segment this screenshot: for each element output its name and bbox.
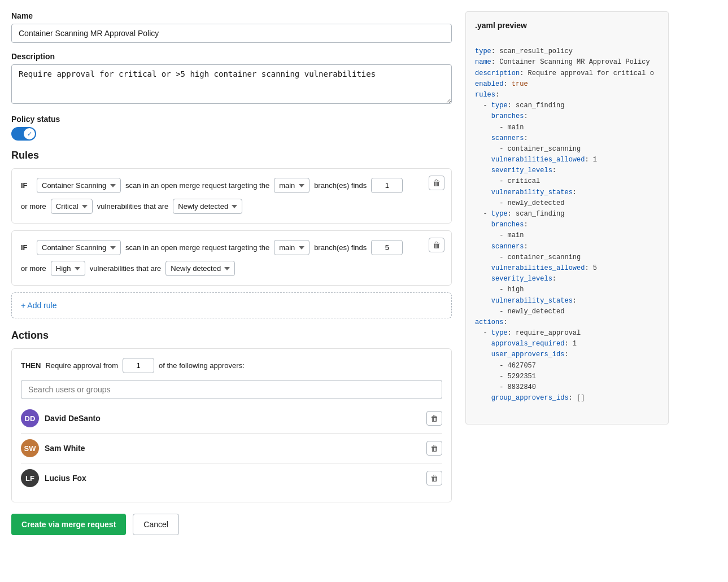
- rule-1-or-more-text: or more: [21, 202, 46, 211]
- rule-1-count-input[interactable]: [371, 178, 403, 193]
- yaml-content: type: scan_result_policy name: Container…: [475, 36, 659, 415]
- name-input[interactable]: [11, 24, 452, 43]
- avatar-david: DD: [21, 409, 39, 427]
- approvers-text: of the following approvers:: [159, 361, 245, 370]
- approver-name-david: David DeSanto: [45, 414, 101, 423]
- rule-2-severity-row: or more High vulnerabilities that are Ne…: [21, 261, 442, 276]
- avatar-sam: SW: [21, 439, 39, 457]
- rule-2-scan-text: scan in an open merge request targeting …: [125, 243, 269, 252]
- approver-delete-david[interactable]: 🗑: [426, 411, 442, 426]
- approver-item-sam: SW Sam White 🗑: [21, 433, 442, 463]
- approval-count-input[interactable]: [123, 358, 154, 373]
- avatar-lucius: LF: [21, 469, 39, 487]
- rule-2-state-select[interactable]: Newly detected: [165, 261, 235, 276]
- yaml-scrollbar[interactable]: type: scan_result_policy name: Container…: [475, 36, 659, 415]
- rule-1-if-label: IF: [21, 181, 32, 190]
- require-text: Require approval from: [45, 361, 118, 370]
- approver-info-david: DD David DeSanto: [21, 409, 101, 427]
- yaml-title: .yaml preview: [475, 21, 659, 30]
- toggle-wrapper: ✓: [11, 127, 452, 141]
- rule-1-row: IF Container Scanning scan in an open me…: [21, 178, 442, 193]
- rule-1-severity-row: or more Critical vulnerabilities that ar…: [21, 199, 442, 214]
- actions-row: THEN Require approval from of the follow…: [21, 358, 442, 373]
- rule-1-scan-text: scan in an open merge request targeting …: [125, 181, 269, 190]
- approver-item-david: DD David DeSanto 🗑: [21, 404, 442, 433]
- rule-1-scanner-select[interactable]: Container Scanning: [37, 178, 121, 193]
- rule-2-vuln-text: vulnerabilities that are: [90, 264, 161, 273]
- rule-2-if-label: IF: [21, 243, 32, 252]
- actions-section: Actions THEN Require approval from of th…: [11, 330, 452, 502]
- rule-2-delete-button[interactable]: 🗑: [429, 238, 444, 252]
- approver-info-lucius: LF Lucius Fox: [21, 469, 86, 487]
- description-input[interactable]: Require approval for critical or >5 high…: [11, 64, 452, 104]
- approver-delete-sam[interactable]: 🗑: [426, 441, 442, 456]
- rule-1-state-select[interactable]: Newly detected: [173, 199, 242, 214]
- left-panel: Name Description Require approval for cr…: [11, 11, 452, 535]
- rule-1-delete-button[interactable]: 🗑: [429, 176, 444, 190]
- rule-2-count-input[interactable]: [371, 240, 403, 255]
- description-field-group: Description Require approval for critica…: [11, 52, 452, 106]
- approver-info-sam: SW Sam White: [21, 439, 85, 457]
- description-label: Description: [11, 52, 452, 61]
- rules-section: Rules 🗑 IF Container Scanning scan in an…: [11, 150, 452, 318]
- rule-2-box: 🗑 IF Container Scanning scan in an open …: [11, 230, 452, 286]
- search-approvers-input[interactable]: [21, 380, 442, 399]
- rule-1-branch-select[interactable]: main: [274, 178, 309, 193]
- approver-delete-lucius[interactable]: 🗑: [426, 471, 442, 485]
- cancel-button[interactable]: Cancel: [133, 514, 179, 535]
- approver-item-lucius: LF Lucius Fox 🗑: [21, 463, 442, 493]
- add-rule-button[interactable]: + Add rule: [21, 301, 56, 310]
- rule-2-severity-select[interactable]: High: [51, 261, 85, 276]
- footer-actions: Create via merge request Cancel: [11, 514, 452, 535]
- approvers-list: DD David DeSanto 🗑 SW Sam White 🗑: [21, 404, 442, 493]
- rule-2-branch-text: branch(es) finds: [314, 243, 367, 252]
- approver-name-lucius: Lucius Fox: [45, 474, 86, 483]
- name-field-group: Name: [11, 11, 452, 43]
- rules-title: Rules: [11, 150, 452, 161]
- create-button[interactable]: Create via merge request: [11, 514, 126, 535]
- rule-2-branch-select[interactable]: main: [274, 240, 309, 255]
- add-rule-box: + Add rule: [11, 292, 452, 318]
- rule-1-branch-text: branch(es) finds: [314, 181, 367, 190]
- then-label: THEN: [21, 361, 41, 370]
- rule-2-or-more-text: or more: [21, 264, 46, 273]
- policy-toggle[interactable]: ✓: [11, 127, 36, 141]
- rule-1-vuln-text: vulnerabilities that are: [97, 202, 168, 211]
- actions-title: Actions: [11, 330, 452, 342]
- actions-box: THEN Require approval from of the follow…: [11, 348, 452, 502]
- yaml-preview-panel: .yaml preview type: scan_result_policy n…: [465, 11, 669, 425]
- rule-2-scanner-select[interactable]: Container Scanning: [37, 240, 121, 255]
- rule-1-box: 🗑 IF Container Scanning scan in an open …: [11, 168, 452, 224]
- approver-name-sam: Sam White: [45, 444, 85, 453]
- policy-status-label: Policy status: [11, 115, 452, 124]
- rule-2-row: IF Container Scanning scan in an open me…: [21, 240, 442, 255]
- rule-1-severity-select[interactable]: Critical: [51, 199, 93, 214]
- policy-status-group: Policy status ✓: [11, 115, 452, 141]
- name-label: Name: [11, 11, 452, 20]
